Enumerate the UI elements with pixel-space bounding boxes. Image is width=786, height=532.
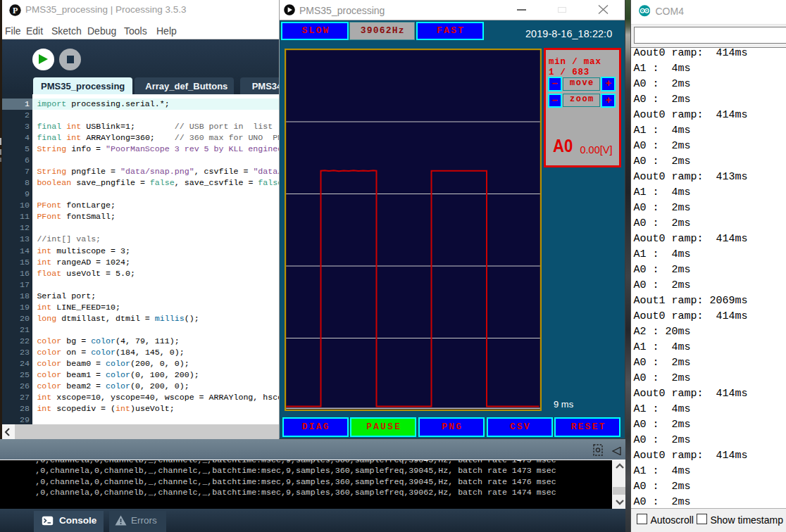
- svg-text:P: P: [13, 5, 18, 15]
